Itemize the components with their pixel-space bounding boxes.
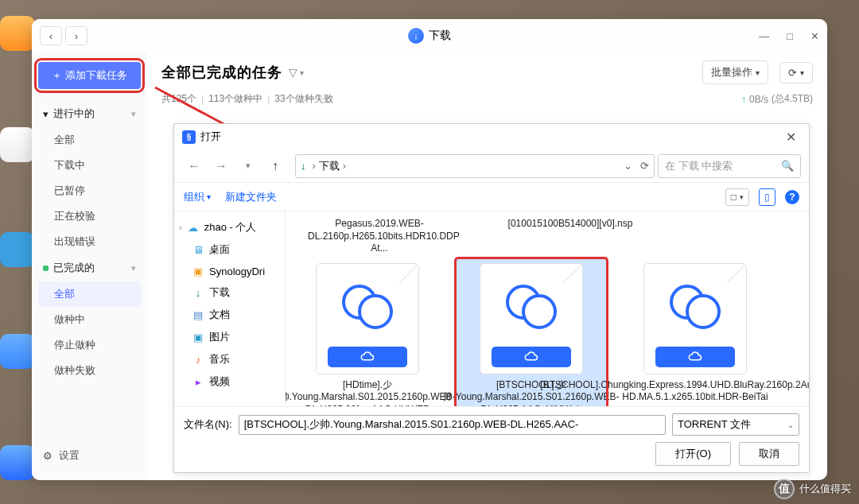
sidebar-item-error[interactable]: 出现错误 bbox=[38, 229, 141, 254]
place-label: 图片 bbox=[209, 330, 230, 344]
chevron-down-icon[interactable]: ⌄ bbox=[624, 160, 632, 172]
desktop-icon[interactable] bbox=[0, 16, 35, 51]
sidebar-item-seed-failed[interactable]: 做种失败 bbox=[38, 358, 141, 383]
breadcrumb-bar[interactable]: ↓ › 下载 › ⌄ ⟳ bbox=[295, 154, 655, 178]
group-label: 进行中的 bbox=[53, 107, 95, 121]
cloud-icon bbox=[492, 347, 571, 367]
place-item[interactable]: ↓下载 bbox=[177, 281, 282, 304]
place-icon: ▸ bbox=[192, 375, 204, 388]
file-thumb bbox=[643, 263, 747, 374]
desktop-icon[interactable] bbox=[0, 445, 35, 480]
history-dropdown[interactable]: ▾ bbox=[236, 155, 260, 177]
sidebar-item-verifying[interactable]: 正在校验 bbox=[38, 204, 141, 229]
stat-seeding: 113个做种中 bbox=[208, 92, 262, 106]
speed-limit-button[interactable]: ⟳ ▾ bbox=[779, 62, 813, 83]
nav-forward-button[interactable]: › bbox=[65, 26, 87, 45]
dialog-titlebar: § 打开 ✕ bbox=[174, 124, 809, 149]
minimize-button[interactable]: — bbox=[756, 29, 772, 44]
close-button[interactable]: ✕ bbox=[807, 29, 822, 44]
file-label: [HDtime].少帅.Young.Marshal.S01.2015.2160p… bbox=[286, 379, 456, 406]
place-item[interactable]: ▣图片 bbox=[177, 326, 282, 348]
preview-pane-button[interactable]: ▯ bbox=[759, 188, 775, 206]
filename-input[interactable] bbox=[239, 415, 666, 435]
file-tile[interactable]: [BTSCHOOL].Chungking.Express.1994.UHD.Bl… bbox=[620, 258, 771, 406]
filetype-select[interactable]: TORRENT 文件 ⌄ bbox=[672, 413, 799, 436]
place-item[interactable]: ▤文档 bbox=[177, 304, 282, 326]
filename-label: 文件名(N): bbox=[184, 417, 232, 432]
gauge-icon: ⟳ bbox=[788, 67, 797, 79]
batch-operation-button[interactable]: 批量操作 ▾ bbox=[702, 60, 768, 84]
gear-icon: ⚙ bbox=[43, 450, 52, 462]
sidebar-item-stop-seeding[interactable]: 停止做种 bbox=[38, 332, 141, 358]
help-button[interactable]: ? bbox=[785, 190, 799, 204]
place-label: 音乐 bbox=[209, 352, 230, 366]
expand-icon: › bbox=[179, 223, 182, 232]
sidebar-item-completed-all[interactable]: 全部 bbox=[38, 281, 141, 307]
file-open-dialog: § 打开 ✕ ← → ▾ ↑ ↓ › 下载 › ⌄ ⟳ 在 下载 中搜索 🔍 组… bbox=[173, 123, 810, 473]
chevron-down-icon: ▾ bbox=[800, 68, 804, 77]
file-thumb bbox=[316, 263, 419, 374]
desktop-icon[interactable] bbox=[0, 232, 35, 267]
upload-speed: 0B/s bbox=[749, 94, 768, 105]
view-mode-button[interactable]: □ ▾ bbox=[725, 188, 749, 206]
place-label: zhao - 个人 bbox=[204, 220, 257, 235]
place-icon: ↓ bbox=[192, 286, 204, 299]
chevron-icon: ▾ bbox=[131, 109, 136, 119]
group-in-progress[interactable]: ▾ 进行中的 ▾ bbox=[38, 100, 141, 127]
window-title: 下载 bbox=[429, 29, 451, 43]
file-label: [BTSCHOOL].Chungking.Express.1994.UHD.Bl… bbox=[540, 379, 809, 404]
file-tile[interactable]: [HDtime].少帅.Young.Marshal.S01.2015.2160p… bbox=[292, 258, 443, 406]
sidebar-item-seeding[interactable]: 做种中 bbox=[38, 307, 141, 332]
group-label: 已完成的 bbox=[53, 261, 95, 275]
organize-button[interactable]: 组织 ▾ bbox=[184, 190, 211, 204]
dialog-icon: § bbox=[182, 130, 196, 144]
desktop-icon[interactable] bbox=[0, 334, 35, 369]
open-button[interactable]: 打开(O) bbox=[655, 442, 731, 466]
nav-back-button[interactable]: ‹ bbox=[40, 26, 62, 45]
place-icon: ☁ bbox=[187, 221, 200, 234]
place-icon: ♪ bbox=[192, 353, 204, 366]
file-item[interactable]: Pegasus.2019.WEB-DL.2160p.H265.10bits.HD… bbox=[308, 218, 451, 255]
add-task-label: 添加下載任务 bbox=[65, 68, 127, 83]
maximize-button[interactable]: □ bbox=[783, 29, 796, 44]
place-item[interactable]: 🖥桌面 bbox=[177, 238, 282, 261]
sidebar: ＋ 添加下載任务 ▾ 进行中的 ▾ 全部 下载中 已暂停 正在校验 出现错误 已… bbox=[32, 52, 147, 480]
stat-total: 共125个 bbox=[161, 92, 196, 106]
filter-button[interactable]: ▽▾ bbox=[289, 66, 304, 79]
download-icon: ↓ bbox=[301, 160, 306, 172]
file-item[interactable]: [010015100B514000][v0].nsp bbox=[499, 218, 642, 255]
place-item[interactable]: ♪音乐 bbox=[177, 348, 282, 370]
watermark-text: 什么值得买 bbox=[799, 482, 851, 496]
watermark-icon: 值 bbox=[774, 479, 795, 499]
place-label: 视频 bbox=[209, 374, 230, 389]
page-title: 全部已完成的任务 bbox=[161, 63, 282, 82]
batch-label: 批量操作 bbox=[711, 65, 752, 79]
settings-button[interactable]: ⚙ 设置 bbox=[38, 440, 141, 471]
group-completed[interactable]: 已完成的 ▾ bbox=[38, 254, 141, 281]
desktop-icon[interactable] bbox=[0, 127, 35, 162]
sidebar-item-paused[interactable]: 已暂停 bbox=[38, 178, 141, 204]
nav-back-button[interactable]: ← bbox=[182, 155, 206, 177]
place-item[interactable]: ▣SynologyDri bbox=[177, 261, 282, 281]
dialog-close-button[interactable]: ✕ bbox=[781, 128, 801, 146]
cancel-button[interactable]: 取消 bbox=[739, 442, 799, 466]
dialog-nav-toolbar: ← → ▾ ↑ ↓ › 下载 › ⌄ ⟳ 在 下载 中搜索 🔍 bbox=[174, 149, 809, 183]
place-label: 桌面 bbox=[209, 242, 230, 257]
new-folder-button[interactable]: 新建文件夹 bbox=[225, 190, 277, 204]
refresh-button[interactable]: ⟳ bbox=[640, 160, 649, 172]
titlebar: ‹ › 下载 — □ ✕ bbox=[32, 19, 827, 52]
sidebar-item-all[interactable]: 全部 bbox=[38, 127, 141, 153]
nav-up-button[interactable]: ↑ bbox=[263, 155, 287, 177]
app-icon bbox=[408, 28, 424, 44]
add-task-button[interactable]: ＋ 添加下載任务 bbox=[38, 62, 141, 89]
nav-forward-button[interactable]: → bbox=[209, 155, 233, 177]
upload-icon: ↑ bbox=[741, 94, 746, 105]
place-item[interactable]: ▸视频 bbox=[177, 370, 282, 393]
search-input[interactable]: 在 下载 中搜索 🔍 bbox=[658, 154, 801, 178]
breadcrumb-segment[interactable]: 下载 bbox=[319, 159, 340, 173]
place-icon: 🖥 bbox=[192, 243, 204, 256]
place-label: 下载 bbox=[209, 285, 230, 300]
place-item[interactable]: ›☁zhao - 个人 bbox=[177, 216, 282, 238]
file-thumb bbox=[480, 263, 583, 374]
sidebar-item-downloading[interactable]: 下载中 bbox=[38, 153, 141, 178]
